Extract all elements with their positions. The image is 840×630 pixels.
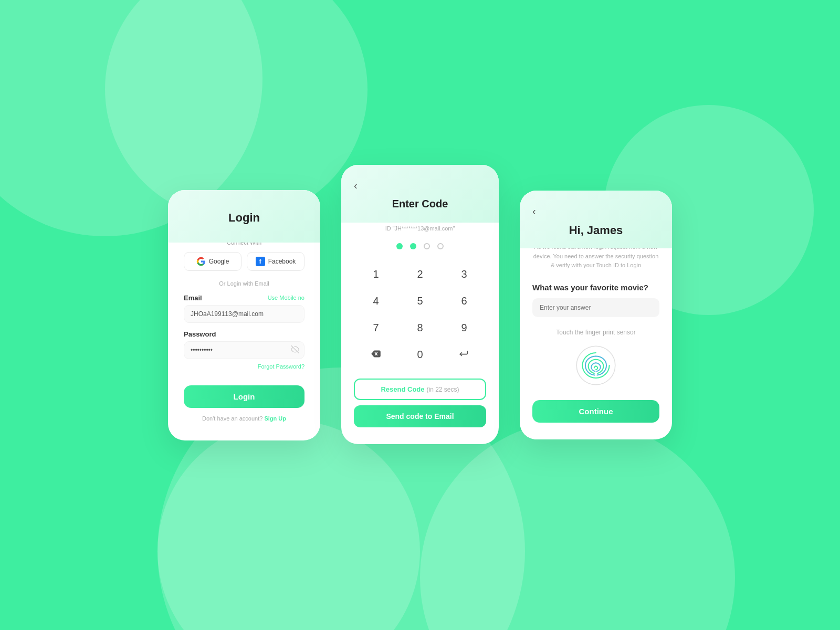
code-card: ‹ Enter Code A 6 digit code has been sen…: [341, 165, 499, 444]
password-wrapper: [184, 341, 304, 359]
forgot-row: Forgot Password?: [184, 361, 304, 371]
james-card: ‹ Hi, James As we found out a new login …: [520, 191, 672, 439]
james-card-top-bg: [520, 191, 672, 248]
code-dots: [354, 243, 486, 249]
james-title: Hi, James: [532, 224, 659, 237]
num-2[interactable]: 2: [398, 261, 442, 288]
continue-button[interactable]: Continue: [532, 400, 659, 423]
fingerprint-container: [532, 344, 659, 386]
num-6[interactable]: 6: [442, 288, 486, 314]
num-4[interactable]: 4: [354, 288, 398, 314]
google-btn[interactable]: Google: [184, 252, 242, 271]
resend-btn-label: Resend Code: [381, 385, 424, 393]
code-dot-4: [437, 243, 444, 249]
login-title: Login: [184, 211, 304, 225]
social-buttons: Google f Facebook: [184, 252, 304, 271]
num-7[interactable]: 7: [354, 314, 398, 341]
eye-icon[interactable]: [291, 345, 299, 355]
password-form-group: Password Forgot Password?: [184, 330, 304, 371]
code-back-button[interactable]: ‹: [354, 180, 486, 192]
facebook-icon: f: [256, 257, 265, 266]
cards-container: Login Connect With Google f Facebook Or …: [168, 186, 672, 444]
signup-link[interactable]: Sign Up: [264, 415, 286, 422]
google-icon: [196, 257, 206, 266]
code-dot-3: [424, 243, 430, 249]
num-8[interactable]: 8: [398, 314, 442, 341]
resend-code-button[interactable]: Resend Code (in 22 secs): [354, 379, 486, 400]
login-button[interactable]: Login: [184, 385, 304, 408]
password-label: Password: [184, 330, 216, 338]
resend-timer: (in 22 secs): [427, 386, 459, 393]
password-input[interactable]: [184, 341, 304, 359]
fingerprint-label: Touch the finger print sensor: [532, 329, 659, 336]
code-dot-1: [396, 243, 403, 249]
security-question: What was your favorite movie?: [532, 283, 659, 292]
num-1[interactable]: 1: [354, 261, 398, 288]
fingerprint-icon[interactable]: [575, 344, 617, 386]
google-label: Google: [209, 258, 229, 265]
numpad: 1 2 3 4 5 6 7 8 9 0: [354, 261, 486, 368]
email-input[interactable]: [184, 305, 304, 323]
signup-row: Don't have an account? Sign Up: [184, 415, 304, 422]
email-form-group: Email Use Mobile no: [184, 294, 304, 323]
svg-rect-1: [373, 350, 381, 357]
num-0[interactable]: 0: [398, 341, 442, 368]
login-card: Login Connect With Google f Facebook Or …: [168, 190, 320, 440]
answer-input[interactable]: [532, 298, 659, 317]
num-enter[interactable]: [442, 341, 486, 368]
forgot-password-link[interactable]: Forgot Password?: [258, 363, 304, 370]
code-card-top-bg: [341, 165, 499, 223]
num-3[interactable]: 3: [442, 261, 486, 288]
use-mobile-link[interactable]: Use Mobile no: [268, 295, 304, 301]
email-label: Email: [184, 294, 202, 302]
num-backspace[interactable]: [354, 341, 398, 368]
send-email-button[interactable]: Send code to Email: [354, 405, 486, 427]
divider-label: Or Login with Email: [184, 280, 304, 287]
num-5[interactable]: 5: [398, 288, 442, 314]
email-label-row: Email Use Mobile no: [184, 294, 304, 302]
james-back-button[interactable]: ‹: [532, 205, 659, 217]
facebook-btn[interactable]: f Facebook: [247, 252, 304, 271]
password-label-row: Password: [184, 330, 304, 338]
facebook-label: Facebook: [268, 258, 296, 265]
code-title: Enter Code: [354, 198, 486, 210]
num-9[interactable]: 9: [442, 314, 486, 341]
code-dot-2: [410, 243, 416, 249]
no-account-text: Don't have an account?: [202, 415, 262, 422]
